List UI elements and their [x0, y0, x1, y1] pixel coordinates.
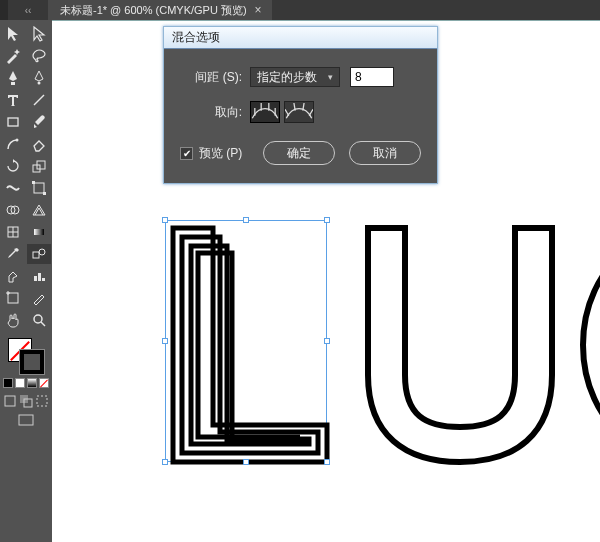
rotate-tool[interactable] — [1, 156, 25, 176]
svg-rect-8 — [43, 192, 46, 195]
svg-line-37 — [309, 109, 313, 115]
svg-rect-29 — [19, 415, 33, 425]
tools-panel — [0, 20, 52, 542]
svg-line-1 — [34, 95, 44, 105]
svg-rect-25 — [5, 396, 15, 406]
fill-stroke-swatch[interactable] — [6, 336, 46, 376]
anchor-handle[interactable] — [162, 217, 168, 223]
pen-tool[interactable] — [1, 68, 25, 88]
svg-rect-15 — [33, 252, 39, 258]
orientation-align-path-button[interactable] — [284, 101, 314, 123]
scale-tool[interactable] — [27, 156, 51, 176]
svg-rect-17 — [34, 276, 37, 281]
spacing-mode-value: 指定的步数 — [257, 69, 317, 86]
close-icon[interactable]: × — [255, 3, 262, 17]
slice-tool[interactable] — [27, 288, 51, 308]
eraser-tool[interactable] — [27, 134, 51, 154]
gradient-tool[interactable] — [27, 222, 51, 242]
selection-tool[interactable] — [1, 24, 25, 44]
anchor-handle[interactable] — [324, 459, 330, 465]
column-graph-tool[interactable] — [27, 266, 51, 286]
orientation-label: 取向: — [180, 104, 242, 121]
anchor-handle[interactable] — [324, 338, 330, 344]
direct-selection-tool[interactable] — [27, 24, 51, 44]
svg-point-3 — [16, 139, 19, 142]
chevron-down-icon: ▾ — [328, 72, 333, 82]
anchor-handle[interactable] — [162, 338, 168, 344]
zoom-tool[interactable] — [27, 310, 51, 330]
letter-U[interactable] — [365, 225, 555, 465]
stroke-swatch[interactable] — [20, 350, 44, 374]
dialog-title-bar[interactable]: 混合选项 — [164, 27, 437, 49]
document-tab[interactable]: 未标题-1* @ 600% (CMYK/GPU 预览) × — [48, 0, 272, 20]
perspective-grid-tool[interactable] — [27, 200, 51, 220]
lasso-tool[interactable] — [27, 46, 51, 66]
type-tool[interactable] — [1, 90, 25, 110]
spacing-steps-input[interactable] — [350, 67, 394, 87]
blend-options-dialog: 混合选项 间距 (S): 指定的步数 ▾ 取向: ✔ 预览 (P) 确定 — [163, 26, 438, 184]
anchor-handle[interactable] — [162, 459, 168, 465]
screen-mode-button[interactable] — [16, 412, 36, 428]
svg-rect-28 — [37, 396, 47, 406]
symbol-sprayer-tool[interactable] — [1, 266, 25, 286]
anchor-handle[interactable] — [324, 217, 330, 223]
tab-menu-chevron-icon[interactable]: ‹‹ — [8, 0, 48, 20]
draw-behind-icon[interactable] — [19, 394, 33, 408]
hand-tool[interactable] — [1, 310, 25, 330]
spacing-mode-select[interactable]: 指定的步数 ▾ — [250, 67, 340, 87]
eyedropper-tool[interactable] — [1, 244, 25, 264]
curvature-pen-tool[interactable] — [27, 68, 51, 88]
free-transform-tool[interactable] — [27, 178, 51, 198]
ok-button[interactable]: 确定 — [263, 141, 335, 165]
preview-checkbox[interactable]: ✔ — [180, 147, 193, 160]
svg-rect-6 — [34, 183, 44, 193]
rectangle-tool[interactable] — [1, 112, 25, 132]
svg-rect-7 — [32, 181, 35, 184]
svg-point-23 — [34, 315, 42, 323]
color-swatch-white[interactable] — [15, 378, 25, 388]
svg-rect-14 — [34, 229, 44, 235]
panel-grip[interactable] — [0, 0, 8, 20]
preview-checkbox-wrap[interactable]: ✔ 预览 (P) — [180, 145, 242, 162]
dialog-title: 混合选项 — [172, 29, 220, 46]
orientation-align-page-button[interactable] — [250, 101, 280, 123]
draw-inside-icon[interactable] — [35, 394, 49, 408]
svg-point-16 — [39, 249, 45, 255]
line-segment-tool[interactable] — [27, 90, 51, 110]
draw-normal-icon[interactable] — [3, 394, 17, 408]
svg-rect-18 — [38, 273, 41, 281]
color-swatch-none[interactable] — [39, 378, 49, 388]
letter-L-blend[interactable] — [170, 225, 330, 465]
paintbrush-tool[interactable] — [27, 112, 51, 132]
mesh-tool[interactable] — [1, 222, 25, 242]
document-tab-bar: ‹‹ 未标题-1* @ 600% (CMYK/GPU 预览) × — [0, 0, 600, 20]
shape-builder-tool[interactable] — [1, 200, 25, 220]
svg-rect-20 — [8, 293, 18, 303]
anchor-handle[interactable] — [243, 459, 249, 465]
svg-point-0 — [38, 82, 41, 85]
artboard-tool[interactable] — [1, 288, 25, 308]
letter-C-partial[interactable] — [580, 225, 600, 465]
svg-rect-2 — [8, 118, 18, 126]
color-swatch-gradient[interactable] — [27, 378, 37, 388]
shaper-tool[interactable] — [1, 134, 25, 154]
color-swatch-black[interactable] — [3, 378, 13, 388]
svg-line-24 — [41, 322, 45, 326]
svg-rect-19 — [42, 278, 45, 281]
magic-wand-tool[interactable] — [1, 46, 25, 66]
cancel-button[interactable]: 取消 — [349, 141, 421, 165]
document-title: 未标题-1* @ 600% (CMYK/GPU 预览) — [60, 3, 247, 18]
spacing-label: 间距 (S): — [180, 69, 242, 86]
blend-tool[interactable] — [27, 244, 51, 264]
svg-line-34 — [285, 109, 289, 115]
anchor-handle[interactable] — [243, 217, 249, 223]
preview-label: 预览 (P) — [199, 145, 242, 162]
width-tool[interactable] — [1, 178, 25, 198]
